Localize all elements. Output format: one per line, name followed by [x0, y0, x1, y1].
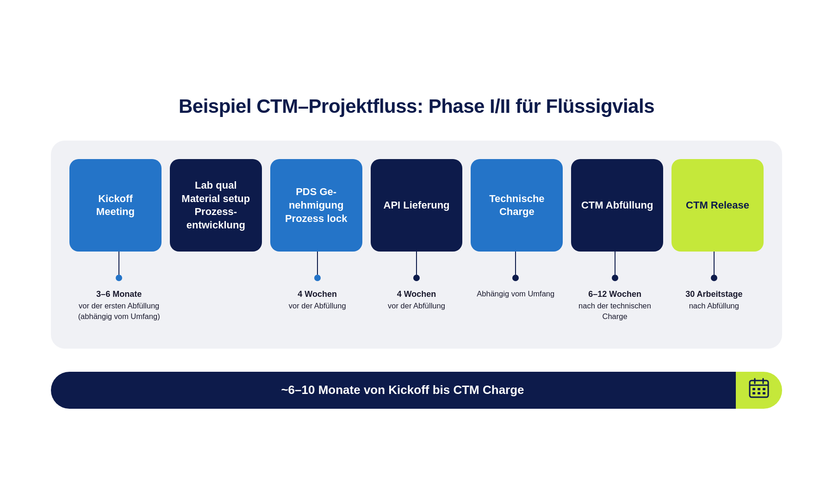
- calendar-icon: [748, 377, 770, 403]
- step-box-kickoff: Kickoff Meeting: [69, 159, 162, 252]
- connector-lab: [168, 252, 267, 281]
- connectors-row: [69, 252, 764, 281]
- connector-line-ctm-fill: [615, 252, 615, 275]
- connector-pds: [268, 252, 367, 281]
- timeline-label-api: 4 Wochenvor der Abfüllung: [367, 285, 466, 325]
- bottom-bar-text: ~6–10 Monate von Kickoff bis CTM Charge: [51, 372, 736, 409]
- svg-rect-5: [758, 388, 760, 390]
- step-label-kickoff: Kickoff Meeting: [78, 192, 153, 219]
- timeline-label-kickoff: 3–6 Monatevor der ersten Abfüllung (abhä…: [69, 285, 168, 325]
- step-label-api: API Lieferung: [384, 199, 450, 212]
- connector-dot-tech: [512, 275, 519, 281]
- timeline-label-lab: [168, 285, 267, 325]
- step-label-ctm-fill: CTM Abfüllung: [581, 199, 653, 212]
- timeline-text-pds: vor der Abfüllung: [289, 301, 346, 310]
- timeline-label-pds: 4 Wochenvor der Abfüllung: [268, 285, 367, 325]
- boxes-row: Kickoff MeetingLab qual Material setup P…: [69, 159, 764, 252]
- step-label-ctm-release: CTM Release: [686, 199, 749, 212]
- step-box-ctm-fill: CTM Abfüllung: [571, 159, 663, 252]
- timeline-label-tech: Abhängig vom Umfang: [466, 285, 565, 325]
- svg-rect-9: [763, 392, 765, 394]
- svg-rect-4: [752, 388, 755, 390]
- timeline-bold-api: 4 Wochen: [371, 289, 462, 300]
- svg-rect-7: [752, 392, 755, 394]
- timeline-label-ctm-fill: 6–12 Wochennach der technischen Charge: [565, 285, 664, 325]
- step-label-tech: Technische Charge: [479, 192, 554, 219]
- timeline-labels-row: 3–6 Monatevor der ersten Abfüllung (abhä…: [69, 285, 764, 325]
- connector-ctm-release: [665, 252, 764, 281]
- step-box-tech: Technische Charge: [471, 159, 563, 252]
- step-box-ctm-release: CTM Release: [671, 159, 764, 252]
- timeline-label-ctm-release: 30 Arbeitstagenach Abfüllung: [665, 285, 764, 325]
- timeline-bold-pds: 4 Wochen: [272, 289, 363, 300]
- connector-line-tech: [515, 252, 516, 275]
- connector-dot-api: [413, 275, 420, 281]
- connector-dot-ctm-release: [711, 275, 717, 281]
- timeline-bold-ctm-fill: 6–12 Wochen: [569, 289, 660, 300]
- connector-line-pds: [317, 252, 318, 275]
- timeline-text-api: vor der Abfüllung: [388, 301, 445, 310]
- timeline-text-ctm-fill: nach der technischen Charge: [578, 301, 651, 320]
- connector-line-kickoff: [118, 252, 119, 275]
- timeline-text-tech: Abhängig vom Umfang: [477, 289, 554, 298]
- timeline-text-ctm-release: nach Abfüllung: [689, 301, 739, 310]
- flow-section: Kickoff MeetingLab qual Material setup P…: [51, 141, 782, 348]
- step-label-lab: Lab qual Material setup Prozess-entwickl…: [178, 179, 254, 232]
- page-container: Beispiel CTM–Projektfluss: Phase I/II fü…: [23, 77, 810, 427]
- connector-api: [367, 252, 466, 281]
- bottom-bar-icon: [736, 372, 782, 409]
- svg-rect-6: [763, 388, 765, 390]
- connector-tech: [466, 252, 565, 281]
- step-box-pds: PDS Ge-nehmigung Prozess lock: [270, 159, 362, 252]
- svg-rect-8: [758, 392, 760, 394]
- connector-dot-kickoff: [116, 275, 122, 281]
- connector-kickoff: [69, 252, 168, 281]
- timeline-bold-kickoff: 3–6 Monate: [73, 289, 165, 300]
- step-box-api: API Lieferung: [371, 159, 463, 252]
- connector-ctm-fill: [565, 252, 664, 281]
- bottom-bar: ~6–10 Monate von Kickoff bis CTM Charge: [51, 372, 782, 409]
- timeline-bold-ctm-release: 30 Arbeitstage: [668, 289, 760, 300]
- timeline-text-kickoff: vor der ersten Abfüllung (abhängig vom U…: [78, 301, 160, 320]
- connector-line-api: [416, 252, 417, 275]
- connector-dot-pds: [314, 275, 321, 281]
- step-label-pds: PDS Ge-nehmigung Prozess lock: [279, 185, 354, 225]
- page-title: Beispiel CTM–Projektfluss: Phase I/II fü…: [51, 95, 782, 117]
- connector-line-ctm-release: [714, 252, 715, 275]
- step-box-lab: Lab qual Material setup Prozess-entwickl…: [170, 159, 262, 252]
- connector-dot-ctm-fill: [612, 275, 618, 281]
